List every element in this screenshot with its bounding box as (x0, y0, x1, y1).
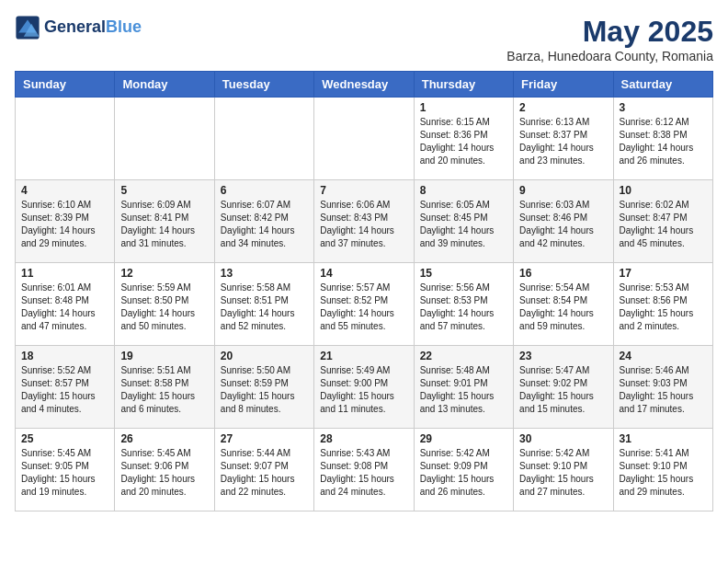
weekday-header: Wednesday (314, 72, 414, 98)
day-info: Sunrise: 5:41 AM Sunset: 9:10 PM Dayligh… (620, 447, 707, 499)
day-number: 14 (320, 267, 407, 280)
calendar-cell: 26Sunrise: 5:45 AM Sunset: 9:06 PM Dayli… (115, 429, 214, 511)
day-info: Sunrise: 6:02 AM Sunset: 8:47 PM Dayligh… (620, 199, 707, 250)
day-number: 7 (320, 184, 407, 197)
day-number: 27 (221, 432, 308, 445)
calendar-week: 25Sunrise: 5:45 AM Sunset: 9:05 PM Dayli… (16, 429, 713, 511)
calendar-cell: 12Sunrise: 5:59 AM Sunset: 8:50 PM Dayli… (115, 263, 214, 346)
day-info: Sunrise: 5:46 AM Sunset: 9:03 PM Dayligh… (620, 364, 707, 416)
calendar-table: SundayMondayTuesdayWednesdayThursdayFrid… (15, 71, 713, 511)
calendar-week: 11Sunrise: 6:01 AM Sunset: 8:48 PM Dayli… (16, 263, 713, 346)
day-number: 8 (420, 184, 507, 197)
calendar-cell: 30Sunrise: 5:42 AM Sunset: 9:10 PM Dayli… (514, 429, 613, 511)
day-info: Sunrise: 6:13 AM Sunset: 8:37 PM Dayligh… (519, 116, 607, 167)
day-info: Sunrise: 5:47 AM Sunset: 9:02 PM Dayligh… (519, 364, 607, 416)
day-info: Sunrise: 6:03 AM Sunset: 8:46 PM Dayligh… (519, 199, 607, 250)
logo-icon (15, 15, 40, 40)
calendar-cell: 8Sunrise: 6:05 AM Sunset: 8:45 PM Daylig… (414, 180, 513, 263)
day-number: 22 (420, 350, 507, 362)
day-number: 29 (420, 432, 507, 445)
day-number: 1 (420, 101, 507, 114)
weekday-header: Thursday (414, 72, 513, 98)
day-number: 20 (221, 350, 308, 362)
day-number: 18 (21, 350, 108, 362)
weekday-header: Saturday (613, 72, 712, 98)
day-info: Sunrise: 6:15 AM Sunset: 8:36 PM Dayligh… (420, 116, 507, 167)
calendar-cell: 16Sunrise: 5:54 AM Sunset: 8:54 PM Dayli… (514, 263, 613, 346)
calendar-cell: 9Sunrise: 6:03 AM Sunset: 8:46 PM Daylig… (514, 180, 613, 263)
day-info: Sunrise: 5:44 AM Sunset: 9:07 PM Dayligh… (221, 447, 308, 499)
calendar-cell: 25Sunrise: 5:45 AM Sunset: 9:05 PM Dayli… (16, 429, 115, 511)
day-number: 5 (120, 184, 208, 197)
calendar-week: 18Sunrise: 5:52 AM Sunset: 8:57 PM Dayli… (16, 346, 713, 429)
day-info: Sunrise: 5:51 AM Sunset: 8:58 PM Dayligh… (120, 364, 208, 416)
calendar-body: 1Sunrise: 6:15 AM Sunset: 8:36 PM Daylig… (16, 98, 713, 511)
day-info: Sunrise: 5:58 AM Sunset: 8:51 PM Dayligh… (221, 282, 308, 333)
calendar-cell (115, 98, 214, 180)
calendar-cell: 20Sunrise: 5:50 AM Sunset: 8:59 PM Dayli… (214, 346, 313, 429)
weekday-header: Sunday (16, 72, 115, 98)
day-info: Sunrise: 5:52 AM Sunset: 8:57 PM Dayligh… (21, 364, 108, 416)
weekday-header: Monday (115, 72, 214, 98)
calendar-week: 4Sunrise: 6:10 AM Sunset: 8:39 PM Daylig… (16, 180, 713, 263)
calendar-cell: 23Sunrise: 5:47 AM Sunset: 9:02 PM Dayli… (514, 346, 613, 429)
weekday-header: Tuesday (214, 72, 313, 98)
calendar-cell: 31Sunrise: 5:41 AM Sunset: 9:10 PM Dayli… (613, 429, 712, 511)
calendar-title: May 2025 (506, 15, 713, 49)
day-number: 21 (320, 350, 407, 362)
day-info: Sunrise: 6:01 AM Sunset: 8:48 PM Dayligh… (21, 282, 108, 333)
day-number: 26 (120, 432, 208, 445)
day-number: 11 (21, 267, 108, 280)
title-block: May 2025 Barza, Hunedoara County, Romani… (506, 15, 713, 63)
day-number: 15 (420, 267, 507, 280)
calendar-cell: 17Sunrise: 5:53 AM Sunset: 8:56 PM Dayli… (613, 263, 712, 346)
day-number: 24 (620, 350, 707, 362)
day-number: 3 (620, 101, 707, 114)
calendar-header: SundayMondayTuesdayWednesdayThursdayFrid… (16, 72, 713, 98)
day-info: Sunrise: 5:43 AM Sunset: 9:08 PM Dayligh… (320, 447, 407, 499)
day-info: Sunrise: 5:48 AM Sunset: 9:01 PM Dayligh… (420, 364, 507, 416)
calendar-cell: 4Sunrise: 6:10 AM Sunset: 8:39 PM Daylig… (16, 180, 115, 263)
day-info: Sunrise: 5:50 AM Sunset: 8:59 PM Dayligh… (221, 364, 308, 416)
day-number: 2 (519, 101, 607, 114)
calendar-cell: 1Sunrise: 6:15 AM Sunset: 8:36 PM Daylig… (414, 98, 513, 180)
calendar-cell: 11Sunrise: 6:01 AM Sunset: 8:48 PM Dayli… (16, 263, 115, 346)
calendar-week: 1Sunrise: 6:15 AM Sunset: 8:36 PM Daylig… (16, 98, 713, 180)
calendar-cell: 24Sunrise: 5:46 AM Sunset: 9:03 PM Dayli… (613, 346, 712, 429)
calendar-cell: 7Sunrise: 6:06 AM Sunset: 8:43 PM Daylig… (314, 180, 414, 263)
day-number: 28 (320, 432, 407, 445)
calendar-cell: 10Sunrise: 6:02 AM Sunset: 8:47 PM Dayli… (613, 180, 712, 263)
day-info: Sunrise: 6:07 AM Sunset: 8:42 PM Dayligh… (221, 199, 308, 250)
logo-text: GeneralBlue (44, 18, 142, 37)
day-number: 4 (21, 184, 108, 197)
day-number: 12 (120, 267, 208, 280)
calendar-cell: 18Sunrise: 5:52 AM Sunset: 8:57 PM Dayli… (16, 346, 115, 429)
day-info: Sunrise: 5:45 AM Sunset: 9:05 PM Dayligh… (21, 447, 108, 499)
day-info: Sunrise: 5:42 AM Sunset: 9:10 PM Dayligh… (519, 447, 607, 499)
day-number: 31 (620, 432, 707, 445)
calendar-cell: 6Sunrise: 6:07 AM Sunset: 8:42 PM Daylig… (214, 180, 313, 263)
logo: GeneralBlue (15, 15, 142, 40)
day-number: 23 (519, 350, 607, 362)
day-info: Sunrise: 5:59 AM Sunset: 8:50 PM Dayligh… (120, 282, 208, 333)
weekday-header: Friday (514, 72, 613, 98)
weekday-row: SundayMondayTuesdayWednesdayThursdayFrid… (16, 72, 713, 98)
calendar-cell: 15Sunrise: 5:56 AM Sunset: 8:53 PM Dayli… (414, 263, 513, 346)
day-info: Sunrise: 5:57 AM Sunset: 8:52 PM Dayligh… (320, 282, 407, 333)
day-info: Sunrise: 6:09 AM Sunset: 8:41 PM Dayligh… (120, 199, 208, 250)
calendar-cell: 2Sunrise: 6:13 AM Sunset: 8:37 PM Daylig… (514, 98, 613, 180)
calendar-cell: 5Sunrise: 6:09 AM Sunset: 8:41 PM Daylig… (115, 180, 214, 263)
day-info: Sunrise: 6:12 AM Sunset: 8:38 PM Dayligh… (620, 116, 707, 167)
calendar-cell (16, 98, 115, 180)
day-info: Sunrise: 5:45 AM Sunset: 9:06 PM Dayligh… (120, 447, 208, 499)
day-number: 17 (620, 267, 707, 280)
day-info: Sunrise: 5:54 AM Sunset: 8:54 PM Dayligh… (519, 282, 607, 333)
calendar-cell: 3Sunrise: 6:12 AM Sunset: 8:38 PM Daylig… (613, 98, 712, 180)
day-info: Sunrise: 6:05 AM Sunset: 8:45 PM Dayligh… (420, 199, 507, 250)
day-number: 30 (519, 432, 607, 445)
calendar-cell: 29Sunrise: 5:42 AM Sunset: 9:09 PM Dayli… (414, 429, 513, 511)
day-number: 25 (21, 432, 108, 445)
day-number: 19 (120, 350, 208, 362)
page-header: GeneralBlue May 2025 Barza, Hunedoara Co… (15, 15, 713, 63)
day-info: Sunrise: 5:49 AM Sunset: 9:00 PM Dayligh… (320, 364, 407, 416)
